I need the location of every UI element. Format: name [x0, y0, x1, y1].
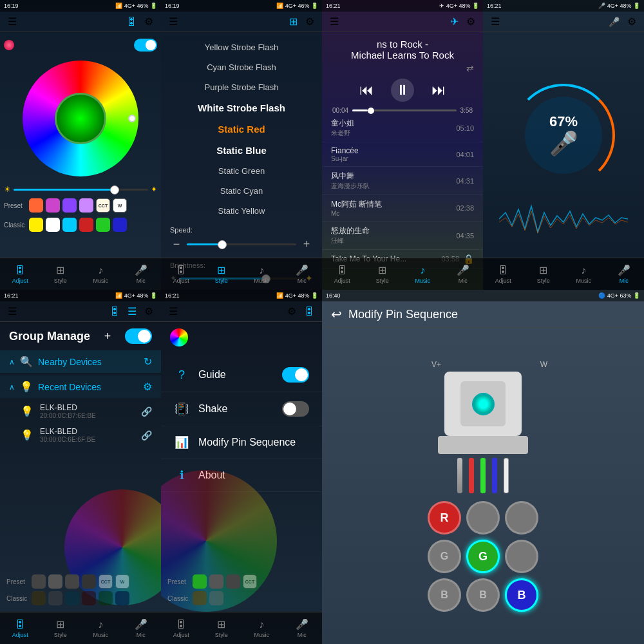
- prev-btn[interactable]: ⏮: [355, 79, 378, 102]
- add-group-btn[interactable]: +: [104, 330, 111, 343]
- classic-p5-2[interactable]: [48, 591, 62, 605]
- pin-btn-b-selected[interactable]: B: [505, 578, 538, 612]
- preset-p5-2[interactable]: [48, 574, 62, 589]
- color-wheel-inner[interactable]: [55, 93, 106, 144]
- nearby-refresh-icon[interactable]: ↻: [144, 355, 152, 368]
- strobe-item-6[interactable]: Static Blue: [167, 140, 316, 161]
- pin-btn-inactive-3[interactable]: G: [428, 540, 461, 573]
- recent-expand-icon[interactable]: ∧: [9, 383, 15, 392]
- classic-p6-2[interactable]: [209, 591, 223, 605]
- apps-icon-p2[interactable]: ⊞: [289, 15, 298, 28]
- preset-swatch-2[interactable]: [46, 198, 60, 213]
- pin-btn-inactive-5[interactable]: B: [428, 578, 461, 612]
- pin-btn-g-selected[interactable]: G: [466, 540, 500, 573]
- play-pause-btn[interactable]: ⏸: [391, 79, 414, 102]
- classic-swatch-2[interactable]: [46, 218, 60, 232]
- preset-p5-1[interactable]: [32, 574, 46, 589]
- settings-icon-p3[interactable]: ⚙: [466, 15, 475, 28]
- back-button-p7[interactable]: ↩: [331, 307, 342, 322]
- tab-mic-p6[interactable]: 🎤 Mic: [282, 618, 323, 638]
- hamburger-icon-p3[interactable]: ☰: [330, 15, 339, 28]
- device-link-icon-2[interactable]: 🔗: [141, 430, 152, 440]
- settings-icon-p5[interactable]: ⚙: [144, 305, 153, 317]
- classic-swatch-1[interactable]: [29, 218, 43, 232]
- settings-item-pin[interactable]: 📊 Modify Pin Sequence: [161, 426, 322, 459]
- tab-style-p4[interactable]: ⊞ Style: [524, 264, 564, 284]
- speed-plus-btn[interactable]: +: [300, 238, 313, 251]
- preset-swatch-cct[interactable]: CCT: [96, 198, 110, 213]
- tune-icon-p5[interactable]: 🎛: [109, 306, 120, 317]
- preset-p5-4[interactable]: [82, 574, 96, 589]
- recent-action-icon[interactable]: ⚙: [143, 381, 152, 393]
- progress-track[interactable]: [352, 109, 457, 111]
- preset-p5-cct[interactable]: CCT: [99, 574, 113, 589]
- preset-swatch-w[interactable]: W: [113, 198, 127, 213]
- tab-music-p3[interactable]: ♪ Music: [402, 265, 443, 284]
- settings-item-guide[interactable]: ? Guide: [161, 358, 322, 392]
- hamburger-icon-p1[interactable]: ☰: [8, 15, 17, 28]
- next-btn[interactable]: ⏭: [427, 79, 450, 102]
- p6-color-dot[interactable]: [170, 328, 188, 346]
- tab-music-p1[interactable]: ♪ Music: [80, 265, 121, 284]
- strobe-item-2[interactable]: Cyan Strobe Flash: [167, 57, 316, 77]
- pin-btn-inactive-2[interactable]: [505, 501, 538, 535]
- classic-swatch-4[interactable]: [79, 218, 93, 232]
- wheel-handle[interactable]: [128, 115, 136, 122]
- song-item-3[interactable]: 风中舞 蓝海漫步乐队 04:31: [322, 167, 483, 195]
- pin-btn-inactive-6[interactable]: B: [466, 578, 500, 612]
- settings-icon-p4[interactable]: ⚙: [627, 15, 636, 28]
- shake-toggle[interactable]: [282, 401, 309, 417]
- color-wheel-ring[interactable]: [23, 61, 138, 176]
- settings-icon-p1[interactable]: ⚙: [144, 15, 153, 28]
- tab-style-p1[interactable]: ⊞ Style: [41, 264, 81, 284]
- strobe-item-5[interactable]: Static Red: [167, 118, 316, 140]
- color-wheel[interactable]: [23, 61, 138, 176]
- brightness-thumb[interactable]: [110, 185, 119, 194]
- device-item-1[interactable]: 💡 ELK-BLED 20:00:0C:B7:6E:BE 🔗: [0, 398, 161, 422]
- strobe-item-3[interactable]: Purple Strobe Flash: [167, 77, 316, 97]
- settings-icon-p6[interactable]: ⚙: [287, 305, 296, 317]
- classic-p6-1[interactable]: [193, 591, 207, 605]
- tab-style-p2[interactable]: ⊞ Style: [202, 264, 242, 284]
- classic-swatch-3[interactable]: [62, 218, 77, 232]
- list-icon-p6[interactable]: ☰: [169, 305, 178, 317]
- tab-music-p5[interactable]: ♪ Music: [80, 619, 121, 638]
- tune-icon-p1[interactable]: 🎛: [126, 16, 137, 28]
- hamburger-icon-p5[interactable]: ☰: [8, 305, 17, 317]
- tab-mic-p3[interactable]: 🎤 Mic: [443, 264, 484, 284]
- settings-item-shake[interactable]: 📳 Shake: [161, 392, 322, 426]
- speed-minus-btn[interactable]: −: [170, 238, 183, 251]
- song-item-5[interactable]: 怒放的生命 汪峰 04:35: [322, 222, 483, 250]
- pin-btn-r1[interactable]: R: [428, 501, 461, 535]
- tab-style-p5[interactable]: ⊞ Style: [41, 618, 81, 638]
- tab-mic-p2[interactable]: 🎤 Mic: [282, 264, 323, 284]
- pin-btn-inactive-4[interactable]: [505, 540, 538, 573]
- nearby-expand-icon[interactable]: ∧: [9, 357, 15, 366]
- hamburger-icon-p4[interactable]: ☰: [491, 15, 500, 28]
- brightness-track[interactable]: [14, 189, 148, 191]
- preset-swatch-4[interactable]: [79, 198, 93, 213]
- tab-style-p6[interactable]: ⊞ Style: [202, 618, 242, 638]
- mic-icon-large[interactable]: 🎤: [549, 130, 578, 157]
- shuffle-btn[interactable]: ⇄: [466, 63, 474, 73]
- preset-p6-1[interactable]: [193, 574, 207, 589]
- classic-p5-3[interactable]: [65, 591, 79, 605]
- classic-p5-1[interactable]: [32, 591, 46, 605]
- song-item-1[interactable]: 童小姐 米老野 05:10: [322, 114, 483, 142]
- hamburger-icon-p2[interactable]: ☰: [169, 15, 178, 28]
- classic-p5-6[interactable]: [115, 591, 129, 605]
- preset-p6-cct[interactable]: CCT: [243, 574, 257, 589]
- strobe-item-1[interactable]: Yellow Strobe Flash: [167, 37, 316, 57]
- strobe-item-7[interactable]: Static Green: [167, 161, 316, 181]
- strobe-item-8[interactable]: Static Cyan: [167, 181, 316, 201]
- tab-music-p6[interactable]: ♪ Music: [242, 619, 282, 638]
- tab-mic-p5[interactable]: 🎤 Mic: [121, 618, 162, 638]
- tab-mic-p1[interactable]: 🎤 Mic: [121, 264, 162, 284]
- device-item-2[interactable]: 💡 ELK-BLED 30:00:0C:6E:6F:BE 🔗: [0, 422, 161, 446]
- tab-adjust-p3[interactable]: 🎛 Adjust: [322, 265, 363, 284]
- song-item-2[interactable]: Fiancée Su-jar 04:01: [322, 142, 483, 167]
- strobe-item-9[interactable]: Static Yellow: [167, 201, 316, 221]
- pin-btn-inactive-1[interactable]: [466, 501, 500, 535]
- strobe-item-4[interactable]: White Strobe Flash: [167, 97, 316, 118]
- power-toggle-p1[interactable]: [134, 39, 157, 52]
